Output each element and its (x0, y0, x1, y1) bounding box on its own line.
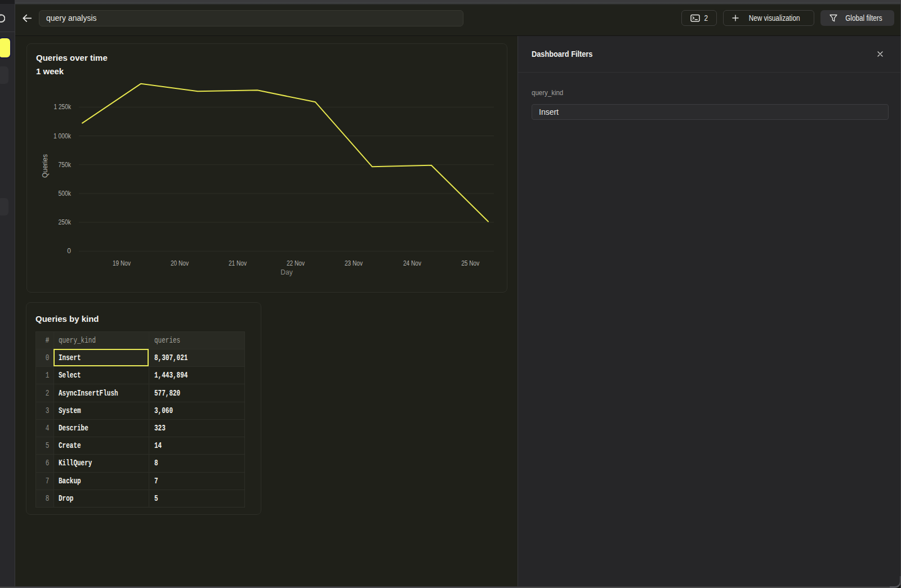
svg-text:22 Nov: 22 Nov (287, 259, 305, 267)
svg-text:750k: 750k (59, 161, 72, 169)
svg-text:23 Nov: 23 Nov (345, 259, 363, 267)
svg-text:1 250k: 1 250k (54, 103, 72, 111)
svg-text:1 000k: 1 000k (53, 132, 72, 140)
svg-text:25 Nov: 25 Nov (461, 259, 479, 267)
svg-text:Queries: Queries (41, 154, 49, 178)
svg-text:500k: 500k (59, 190, 72, 198)
svg-text:250k: 250k (59, 218, 72, 226)
svg-text:24 Nov: 24 Nov (403, 259, 421, 267)
svg-text:0: 0 (67, 247, 71, 255)
svg-text:Day: Day (280, 268, 292, 276)
svg-text:20 Nov: 20 Nov (171, 259, 189, 267)
svg-text:21 Nov: 21 Nov (229, 259, 247, 267)
svg-text:19 Nov: 19 Nov (113, 259, 131, 267)
